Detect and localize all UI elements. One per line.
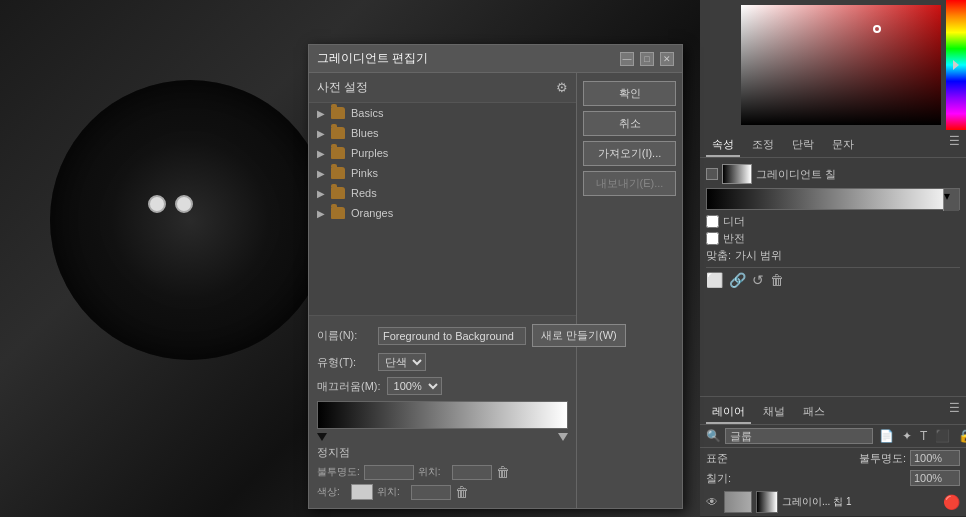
preset-item-basics[interactable]: ▶ Basics <box>309 103 576 123</box>
gradient-checkbox[interactable] <box>706 168 718 180</box>
arrow-icon: ▶ <box>317 168 325 179</box>
dialog-title: 그레이디언트 편집기 <box>317 50 428 67</box>
color-location-input[interactable] <box>411 485 451 500</box>
folder-icon <box>331 207 345 219</box>
normal-label: 표준 <box>706 451 728 466</box>
opacity-stop-label: 불투명도: <box>317 465 360 479</box>
eye-icon[interactable]: 👁 <box>706 495 720 509</box>
layers-search-input[interactable] <box>725 428 873 444</box>
folder-icon <box>331 147 345 159</box>
fill-row: 칠기: <box>700 468 966 488</box>
opacity-location-label: 위치: <box>418 465 448 479</box>
type-label: 유형(T): <box>317 355 372 370</box>
tab-channels[interactable]: 채널 <box>757 401 791 424</box>
delete-layer-icon[interactable]: 🗑 <box>770 272 784 288</box>
mask-icon[interactable]: ⬜ <box>706 272 723 288</box>
tab-paragraph[interactable]: 단락 <box>786 134 820 157</box>
layer-smart-icon[interactable]: 🔒 <box>956 428 966 444</box>
fill-input[interactable] <box>910 470 960 486</box>
color-picker-area <box>700 0 966 130</box>
eye-left <box>148 195 166 213</box>
stop-right-indicator[interactable] <box>558 433 568 441</box>
tab-character[interactable]: 문자 <box>826 134 860 157</box>
maximize-button[interactable]: □ <box>640 52 654 66</box>
export-button[interactable]: 내보내기(E)... <box>583 171 676 196</box>
arrow-icon: ▶ <box>317 208 325 219</box>
range-row: 맞춤: 가시 범위 <box>706 248 960 263</box>
gear-icon[interactable]: ⚙ <box>556 80 568 95</box>
gradient-preview-bar[interactable] <box>317 401 568 429</box>
tab-layers[interactable]: 레이어 <box>706 401 751 424</box>
layers-tabs: 레이어 채널 패스 ☰ <box>700 397 966 425</box>
dither-row: 디더 <box>706 214 960 229</box>
layer-fx-icon[interactable]: ✦ <box>900 428 914 444</box>
layer-pixel-icon[interactable]: ⬛ <box>933 428 952 444</box>
color-delete-button[interactable]: 🗑 <box>455 484 469 500</box>
search-icon: 🔍 <box>706 429 721 443</box>
opacity-input[interactable] <box>910 450 960 466</box>
gradient-wide-bar[interactable]: ▾ <box>706 188 960 210</box>
tab-properties[interactable]: 속성 <box>706 134 740 157</box>
arrow-icon: ▶ <box>317 128 325 139</box>
stop-left-indicator[interactable] <box>317 433 327 441</box>
import-button[interactable]: 가져오기(I)... <box>583 141 676 166</box>
smoothness-select[interactable]: 100% 75% 50% <box>387 377 442 395</box>
dialog-body: 사전 설정 ⚙ ▶ Basics ▶ Blues ▶ Purples <box>309 73 682 508</box>
smoothness-row: 매끄러움(M): 100% 75% 50% <box>317 377 568 395</box>
properties-panel: 그레이디언트 칠 ▾ 디더 반전 맞춤: 가시 범위 ⬜ 🔗 ↺ 🗑 <box>700 158 966 396</box>
folder-icon <box>331 127 345 139</box>
preset-label: Blues <box>351 127 379 139</box>
tab-adjustments[interactable]: 조정 <box>746 134 780 157</box>
opacity-stop-input[interactable] <box>364 465 414 480</box>
gradient-bar-dropdown[interactable]: ▾ <box>943 189 959 211</box>
layers-menu-icon[interactable]: ☰ <box>949 401 960 424</box>
dialog-bottom: 이름(N): 새로 만들기(W) 유형(T): 단색 소음 매끄러움(M): <box>309 315 576 508</box>
dialog-window-controls: — □ ✕ <box>620 52 674 66</box>
name-label: 이름(N): <box>317 328 372 343</box>
color-location-label: 위치: <box>377 485 407 499</box>
gradient-editor-dialog: 그레이디언트 편집기 — □ ✕ 사전 설정 ⚙ ▶ Basics ▶ <box>308 44 683 509</box>
preset-label: Pinks <box>351 167 378 179</box>
folder-icon <box>331 167 345 179</box>
preset-header-label: 사전 설정 <box>317 79 368 96</box>
preset-label: Purples <box>351 147 388 159</box>
arrow-icon: ▶ <box>317 108 325 119</box>
layer-text-icon[interactable]: T <box>918 428 929 444</box>
opacity-stop-row: 불투명도: 위치: 🗑 <box>317 464 568 480</box>
preset-item-oranges[interactable]: ▶ Oranges <box>309 203 576 223</box>
preset-panel: 사전 설정 ⚙ ▶ Basics ▶ Blues ▶ Purples <box>309 73 577 508</box>
opacity-delete-button[interactable]: 🗑 <box>496 464 510 480</box>
type-select[interactable]: 단색 소음 <box>378 353 426 371</box>
arrow-icon: ▶ <box>317 148 325 159</box>
stop-section: 정지점 불투명도: 위치: 🗑 색상: 위치: <box>317 445 568 500</box>
layer-thumbnail <box>724 491 752 513</box>
opacity-label: 불투명도: <box>859 451 906 466</box>
refresh-icon[interactable]: ↺ <box>752 272 764 288</box>
reverse-checkbox[interactable] <box>706 232 719 245</box>
preset-item-purples[interactable]: ▶ Purples <box>309 143 576 163</box>
preset-item-blues[interactable]: ▶ Blues <box>309 123 576 143</box>
minimize-button[interactable]: — <box>620 52 634 66</box>
opacity-row: 표준 불투명도: <box>700 448 966 468</box>
cancel-button[interactable]: 취소 <box>583 111 676 136</box>
preset-item-reds[interactable]: ▶ Reds <box>309 183 576 203</box>
color-swatch[interactable] <box>351 484 373 500</box>
dither-checkbox[interactable] <box>706 215 719 228</box>
preset-label: Reds <box>351 187 377 199</box>
name-input[interactable] <box>378 327 526 345</box>
layer-badge: 🔴 <box>943 494 960 510</box>
link-icon[interactable]: 🔗 <box>729 272 746 288</box>
close-button[interactable]: ✕ <box>660 52 674 66</box>
confirm-button[interactable]: 확인 <box>583 81 676 106</box>
preset-header: 사전 설정 ⚙ <box>309 73 576 103</box>
color-picker-gradient[interactable] <box>741 5 941 125</box>
layer-item[interactable]: 👁 그레이이... 칩 1 🔴 <box>700 488 966 517</box>
controls-panel: 확인 취소 가져오기(I)... 내보내기(E)... <box>577 73 682 508</box>
preset-item-pinks[interactable]: ▶ Pinks <box>309 163 576 183</box>
layer-type-icon[interactable]: 📄 <box>877 428 896 444</box>
tab-paths[interactable]: 패스 <box>797 401 831 424</box>
panel-menu-icon[interactable]: ☰ <box>949 134 960 157</box>
right-panel: 속성 조정 단락 문자 ☰ 그레이디언트 칠 ▾ 디더 반전 맞춤: 가시 범위 <box>700 0 966 517</box>
opacity-location-input[interactable] <box>452 465 492 480</box>
preset-list[interactable]: ▶ Basics ▶ Blues ▶ Purples ▶ Pin <box>309 103 576 315</box>
